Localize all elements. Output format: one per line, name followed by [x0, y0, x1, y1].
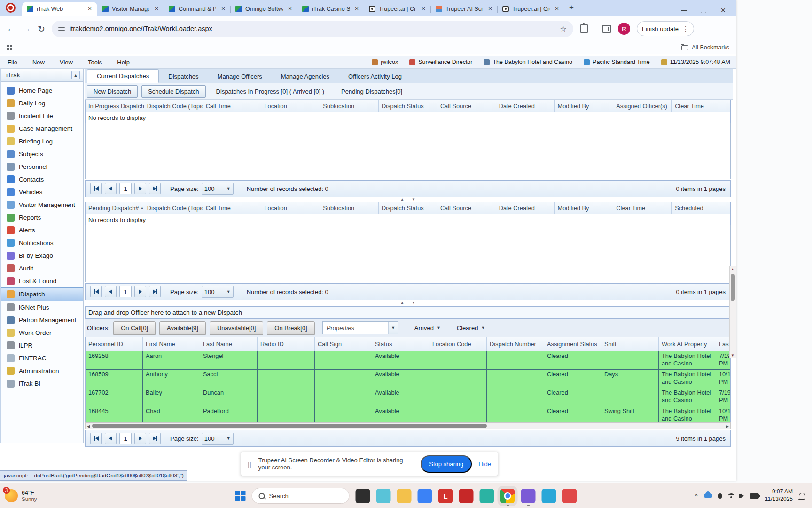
splitter-up-icon[interactable]: ▲ [400, 198, 404, 202]
column-header[interactable]: Dispatch Code (Topic)▲ [144, 100, 203, 112]
column-header[interactable]: Location▲ [261, 100, 320, 112]
dispatches-in-progress-toggle[interactable]: Dispatches In Progress [0] ( Arrived [0]… [210, 88, 331, 95]
taskbar-app-icon[interactable] [397, 489, 412, 503]
column-header[interactable]: Work At Property [659, 337, 716, 351]
sidebar-item[interactable]: Briefing Log [1, 135, 83, 148]
hide-link[interactable]: Hide [478, 460, 491, 468]
browser-tab[interactable]: Command & Pla × [164, 2, 231, 16]
taskbar-app-icon[interactable] [356, 489, 370, 503]
column-header[interactable]: Clear Time▲ [672, 100, 730, 112]
sidebar-item[interactable]: Reports [1, 211, 83, 224]
forward-icon[interactable]: → [22, 24, 31, 34]
browser-tab[interactable]: Trupeer.ai | Crea × [364, 2, 431, 16]
sidebar-item[interactable]: Incident File [1, 110, 83, 122]
site-settings-icon[interactable] [58, 26, 65, 32]
column-header[interactable]: Modified By▲ [555, 100, 614, 112]
column-header[interactable]: Assignment Status [544, 337, 601, 351]
sidebar-item[interactable]: Case Management [1, 122, 83, 135]
volume-icon[interactable] [741, 493, 744, 498]
column-header[interactable]: Location Code [429, 337, 487, 351]
splitter-down-icon[interactable]: ▼ [412, 198, 415, 202]
officer-row[interactable]: 169258 Aaron Stengel Available Cleared [86, 351, 730, 370]
tab-close-icon[interactable]: × [353, 5, 360, 13]
browser-tab[interactable]: Trupeer.ai | Crea × [498, 2, 564, 16]
tab-close-icon[interactable]: × [553, 5, 561, 13]
next-page-button[interactable] [134, 433, 146, 444]
sidebar-item[interactable]: Personnel [1, 160, 83, 173]
sidebar-item[interactable]: Administration [1, 365, 83, 377]
column-header[interactable]: Sublocation▲ [320, 202, 379, 214]
tab-close-icon[interactable]: × [286, 5, 294, 13]
officer-row[interactable]: 168509 Anthony Sacci Available Cleared D… [86, 370, 730, 388]
sidebar-item[interactable]: Audit [1, 262, 83, 275]
tab-close-icon[interactable]: × [153, 5, 160, 13]
page-number[interactable]: 1 [119, 183, 132, 194]
column-header[interactable]: Las [716, 337, 730, 351]
dispatch-tab[interactable]: Officers Activity Log [339, 70, 411, 83]
officer-row[interactable]: 168445 Chad Padelford Available Cleared … [86, 406, 730, 422]
officers-horizontal-scrollbar[interactable]: ◀ ▶ [85, 422, 731, 429]
column-header[interactable]: Clear Time▲ [613, 202, 672, 214]
toast-grip-icon[interactable]: || [248, 460, 252, 468]
taskbar-app-icon[interactable] [376, 489, 391, 503]
taskbar-app-icon[interactable] [500, 489, 515, 503]
scrollbar-thumb[interactable] [92, 424, 487, 428]
browser-tab[interactable]: Omnigo Softwar × [231, 2, 297, 16]
tab-close-icon[interactable]: × [420, 5, 427, 13]
column-header[interactable]: Dispatch Status▲ [379, 202, 437, 214]
finish-update-button[interactable]: Finish update ⋮ [637, 21, 694, 36]
splitter-down-icon[interactable]: ▼ [412, 301, 415, 305]
column-header[interactable]: Radio ID [258, 337, 315, 351]
scrollbar-thumb[interactable] [731, 274, 735, 301]
browser-tab[interactable]: iTrak Casino Sec × [297, 2, 364, 16]
address-bar[interactable]: itrakdemo2.omnigo.one/iTrak/WorkLoader.a… [52, 21, 573, 37]
grid-splitter[interactable]: ▲▼ [85, 197, 731, 202]
sidebar-collapse-button[interactable]: ▲ [71, 71, 80, 79]
scroll-right-icon[interactable]: ▶ [726, 424, 729, 429]
new-dispatch-button[interactable]: New Dispatch [87, 85, 138, 98]
scroll-down-icon[interactable]: ▼ [731, 353, 734, 357]
browser-tab[interactable]: Trupeer AI Scree × [431, 2, 498, 16]
taskbar-app-icon[interactable]: L [438, 489, 453, 503]
column-header[interactable]: Scheduled▲ [672, 202, 730, 214]
properties-dropdown[interactable]: Properties ▼ [322, 321, 398, 334]
column-header[interactable]: Date Created▲ [496, 202, 555, 214]
officer-row[interactable]: 167702 Bailey Duncan Available Cleared [86, 388, 730, 406]
minimize-icon[interactable] [681, 10, 687, 11]
schedule-dispatch-button[interactable]: Schedule Dispatch [141, 85, 205, 98]
sidebar-item[interactable]: BI by Exago [1, 249, 83, 262]
sidebar-item[interactable]: Daily Log [1, 97, 83, 110]
column-header[interactable]: Call Time▲ [203, 100, 262, 112]
taskbar-app-icon[interactable] [562, 489, 577, 503]
column-header[interactable]: Shift [601, 337, 659, 351]
cleared-dropdown[interactable]: Cleared▼ [457, 325, 485, 332]
stop-sharing-button[interactable]: Stop sharing [421, 455, 472, 473]
column-header[interactable]: Dispatch Status▲ [379, 100, 437, 112]
first-page-button[interactable] [90, 286, 102, 297]
tray-expand-icon[interactable]: ^ [695, 492, 698, 500]
page-size-select[interactable]: 100▼ [202, 433, 234, 444]
last-page-button[interactable] [149, 183, 161, 194]
taskbar-clock[interactable]: 9:07 AM 11/13/2025 [765, 488, 793, 503]
next-page-button[interactable] [134, 183, 146, 194]
page-size-select[interactable]: 100▼ [202, 286, 234, 298]
column-header[interactable]: In Progress Dispatch#▲ [86, 100, 144, 112]
sidebar-item[interactable]: iDispatch [1, 287, 83, 301]
taskbar-app-icon[interactable] [542, 489, 556, 503]
page-number[interactable]: 1 [119, 286, 132, 297]
menu-item[interactable]: New [25, 59, 52, 66]
microphone-icon[interactable] [718, 493, 722, 499]
first-page-button[interactable] [90, 433, 102, 444]
sidebar-item[interactable]: Work Order [1, 326, 83, 339]
taskbar-search[interactable]: Search [252, 488, 350, 504]
maximize-icon[interactable] [701, 8, 706, 13]
sidebar-item[interactable]: iGNet Plus [1, 301, 83, 314]
column-header[interactable]: Dispatch Number [487, 337, 544, 351]
officers-filter-button[interactable]: Unavailable[0] [210, 321, 263, 335]
column-header[interactable]: Modified By▲ [555, 202, 614, 214]
sidebar-item[interactable]: Vehicles [1, 186, 83, 198]
all-bookmarks-button[interactable]: All Bookmarks [681, 44, 729, 51]
sidebar-item[interactable]: Contacts [1, 173, 83, 186]
weather-widget[interactable]: 3 64°F Sunny [0, 489, 122, 502]
page-size-select[interactable]: 100▼ [202, 183, 234, 195]
